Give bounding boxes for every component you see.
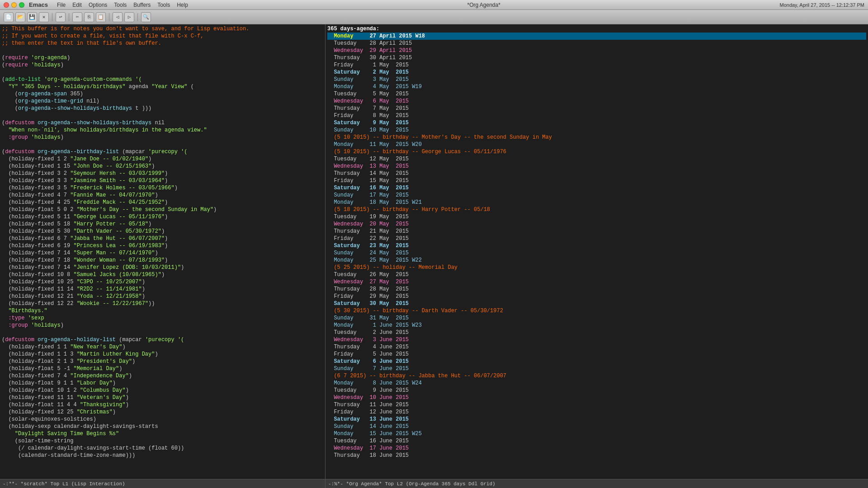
agenda-event-darth-vader: (5 30 2015) -- birthday -- Darth Vader -… [327, 307, 866, 314]
titlebar: Emacs File Edit Options Tools Buffers To… [0, 0, 868, 10]
code-line: :type 'sexp [2, 314, 323, 322]
minimize-button[interactable] [11, 2, 17, 8]
menu-help[interactable]: Help [177, 2, 188, 8]
code-line: (org-agenda--show-holidays-birthdays t )… [2, 105, 323, 112]
menu-tools[interactable]: Tools [114, 2, 127, 8]
code-line: (holiday-float 5 0 2 "Mother's Day -- th… [2, 206, 323, 213]
code-line: (holiday-fixed 11 14 "R2D2 -- 11/14/1981… [2, 286, 323, 293]
code-line: (holiday-fixed 12 21 "Yoda -- 12/21/1958… [2, 293, 323, 300]
code-line: (holiday-fixed 3 3 "Jasmine Smith -- 03/… [2, 177, 323, 184]
code-line: (require 'org-agenda) [2, 54, 323, 61]
code-line: "Y" "365 Days -- holidays/birthdays" age… [2, 83, 323, 90]
code-line: (holiday-fixed 6 19 "Princess Lea -- 06/… [2, 242, 323, 249]
agenda-line: Wednesday 20 May 2015 [327, 221, 866, 228]
toolbar-separator2 [69, 13, 69, 21]
code-line: :group 'holidays) [2, 134, 323, 141]
menu-options[interactable]: Options [89, 2, 107, 8]
agenda-line: Tuesday 9 June 2015 [327, 387, 866, 394]
save-button[interactable]: 💾 [27, 12, 37, 22]
agenda-line: Thursday 7 May 2015 [327, 105, 866, 112]
code-line: ;; If you want to create a file, visit t… [2, 33, 323, 40]
code-line: (holiday-fixed 4 7 "Fannie Mae -- 04/07/… [2, 192, 323, 199]
copy-button[interactable]: ⎘ [84, 12, 94, 22]
menu-buffers[interactable]: Buffers [133, 2, 151, 8]
code-line: "When non-`nil', show holidays/birthdays… [2, 127, 323, 134]
agenda-line: Thursday 11 June 2015 [327, 401, 866, 408]
code-line: (holiday-fixed 10 8 "Samuel Jacks (10/08… [2, 271, 323, 278]
code-line: (holiday-fixed 3 2 "Seymour Hersh -- 03/… [2, 170, 323, 177]
left-panel-scratch: ;; This buffer is for notes you don't wa… [0, 24, 326, 479]
new-file-button[interactable]: 📄 [4, 12, 14, 22]
agenda-line: Tuesday 16 June 2015 [327, 437, 866, 445]
search-button[interactable]: 🔍 [141, 12, 151, 22]
agenda-line: Sunday 14 June 2015 [327, 423, 866, 430]
back-button[interactable]: ◁ [113, 12, 123, 22]
code-line: (holiday-fixed 7 14 "Super Man -- 07/14/… [2, 249, 323, 257]
code-line [2, 329, 323, 336]
agenda-line: Thursday 4 June 2015 [327, 343, 866, 351]
code-line: (holiday-fixed 7 18 "Wonder Woman -- 07/… [2, 257, 323, 264]
open-file-button[interactable]: 📂 [15, 12, 25, 22]
menu-bar: File Edit Options Tools Buffers Tools He… [57, 2, 188, 8]
agenda-line: Tuesday 26 May 2015 [327, 271, 866, 278]
agenda-line: Wednesday 6 May 2015 [327, 98, 866, 105]
agenda-line: Monday 8 June 2015 W24 [327, 380, 866, 387]
agenda-line: Monday 11 May 2015 W20 [327, 141, 866, 148]
code-line: (holiday-fixed 7 14 "Jenifer Lopez (DOB:… [2, 264, 323, 271]
agenda-line: Thursday 30 April 2015 [327, 54, 866, 61]
agenda-event-harry-potter: (5 18 2015) -- birthday -- Harry Potter … [327, 206, 866, 213]
menu-tools2[interactable]: Tools [157, 2, 170, 8]
code-line: (org-agenda-time-grid nil) [2, 98, 323, 105]
code-line: "Daylight Saving Time Begins %s" [2, 430, 323, 437]
code-line: (holiday-fixed 4 25 "Freddie Mack -- 04/… [2, 199, 323, 206]
agenda-line: Saturday 16 May 2015 [327, 184, 866, 192]
status-bars: -:**- *scratch* Top L1 (Lisp Interaction… [0, 479, 868, 488]
undo-button[interactable]: ↩ [56, 12, 66, 22]
code-line [2, 47, 323, 54]
agenda-line: Sunday 24 May 2015 [327, 249, 866, 257]
code-line: ;; This buffer is for notes you don't wa… [2, 25, 323, 33]
code-line: (defcustom org-agenda--birthday-list (ma… [2, 148, 323, 155]
code-line: (holiday-sexp calendar-daylight-savings-… [2, 423, 323, 430]
agenda-line: Wednesday 3 June 2015 [327, 336, 866, 343]
agenda-buffer[interactable]: 365 days-agenda: Monday 27 April 2015 W1… [326, 24, 868, 479]
scratch-buffer[interactable]: ;; This buffer is for notes you don't wa… [0, 24, 325, 479]
code-line: (holiday-fixed 12 22 "Wookie -- 12/22/19… [2, 300, 323, 307]
menu-edit[interactable]: Edit [72, 2, 82, 8]
toolbar-separator4 [137, 13, 138, 21]
code-line: (org-agenda-span 365) [2, 90, 323, 98]
cut-button[interactable]: ✂ [72, 12, 82, 22]
agenda-line: Sunday 10 May 2015 [327, 127, 866, 134]
agenda-line: Tuesday 2 June 2015 [327, 329, 866, 336]
agenda-event-mothers-day: (5 10 2015) -- birthday -- Mother's Day … [327, 134, 866, 141]
code-line: (holiday-float 9 1 1 "Labor Day") [2, 380, 323, 387]
close-button[interactable] [4, 2, 9, 8]
agenda-line: Wednesday 29 April 2015 [327, 47, 866, 54]
right-status-bar: -:%*- *Org Agenda* Top L2 (Org-Agenda 36… [326, 479, 868, 488]
agenda-line: Monday 4 May 2015 W19 [327, 83, 866, 90]
agenda-line: Thursday 21 May 2015 [327, 228, 866, 235]
traffic-lights [4, 2, 24, 8]
code-line: (holiday-fixed 7 4 "Independence Day") [2, 372, 323, 380]
close-buffer-button[interactable]: ✕ [39, 12, 49, 22]
code-line [2, 141, 323, 148]
code-line [2, 112, 323, 119]
code-line: (holiday-fixed 1 1 3 "Martin Luther King… [2, 351, 323, 358]
code-line: (holiday-float 11 4 4 "Thanksgiving") [2, 401, 323, 408]
code-line: (holiday-fixed 3 5 "Frederick Holmes -- … [2, 184, 323, 192]
forward-button[interactable]: ▷ [124, 12, 134, 22]
menu-file[interactable]: File [57, 2, 66, 8]
code-line: (holiday-fixed 5 30 "Darth Vader -- 05/3… [2, 228, 323, 235]
agenda-line: Wednesday 27 May 2015 [327, 278, 866, 286]
agenda-line: Thursday 14 May 2015 [327, 170, 866, 177]
agenda-line: Tuesday 12 May 2015 [327, 155, 866, 163]
maximize-button[interactable] [19, 2, 24, 8]
code-line: (holiday-fixed 12 25 "Christmas") [2, 408, 323, 416]
agenda-header: 365 days-agenda: [327, 25, 866, 33]
toolbar-separator [52, 13, 52, 21]
app-name: Emacs [29, 1, 48, 8]
paste-button[interactable]: 📋 [96, 12, 106, 22]
code-line: (require 'holidays) [2, 61, 323, 69]
agenda-line: Saturday 9 May 2015 [327, 119, 866, 127]
agenda-line: Friday 29 May 2015 [327, 293, 866, 300]
